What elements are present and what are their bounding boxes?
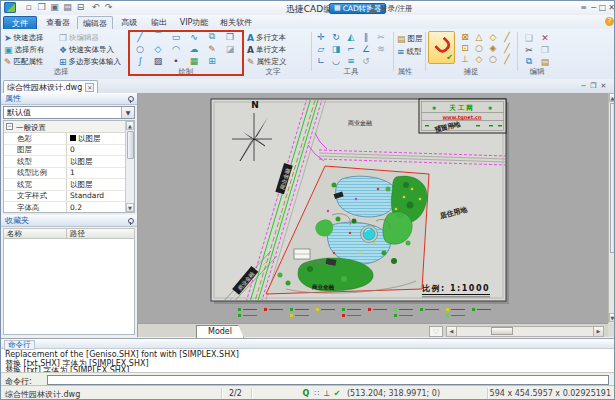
pin-icon[interactable] (126, 96, 133, 103)
single-text-button[interactable]: A单行文本 (247, 44, 286, 55)
arc-tool[interactable]: ◠ (169, 43, 183, 54)
scroll-up-icon[interactable]: ▲ (609, 93, 615, 102)
angle-tool[interactable]: ∠ (359, 43, 373, 54)
snap-insert-toggle[interactable]: ◇ (472, 53, 486, 64)
copy-object-tool[interactable]: ⧉ (205, 31, 219, 42)
fillet-tool[interactable]: ◡ (329, 55, 343, 66)
mdi-close-icon[interactable]: ✕ (599, 81, 608, 91)
cut-button[interactable]: ✂ (522, 44, 536, 55)
open-file-icon[interactable]: ❒ (36, 1, 47, 14)
favorites-col-path[interactable]: 路径 (66, 228, 135, 239)
snap-endpoint-toggle[interactable]: ⊠ (458, 31, 472, 42)
curve-tool[interactable]: ∫ (133, 55, 147, 66)
mdi-minimize-icon[interactable]: − (579, 81, 588, 91)
undo-mark-tool[interactable]: ↺ (359, 55, 373, 66)
line-tool[interactable]: ╱ (133, 31, 147, 42)
login-button[interactable]: 登录/注册 (369, 3, 413, 14)
tab-related[interactable]: 相关软件 (215, 16, 257, 29)
polyline-tool[interactable]: ⌒ (151, 31, 165, 42)
snap-extension-toggle[interactable]: ╱ (500, 53, 514, 64)
document-tab[interactable]: 综合性园林设计.dwg ✕ (3, 80, 98, 93)
attribute-define-button[interactable]: ✎属性定义 (247, 56, 287, 67)
favorites-list[interactable] (3, 239, 135, 335)
document-close-icon[interactable]: ✕ (85, 83, 94, 92)
menu-icon[interactable]: ≡ (579, 2, 588, 14)
polygon-tool[interactable]: ◇ (151, 43, 165, 54)
tab-editor[interactable]: 编辑器 (77, 16, 113, 29)
explode-tool[interactable]: ≋ (374, 43, 388, 54)
rectangle-tool[interactable]: ▭ (169, 31, 183, 42)
grid-toggle-icon[interactable]: ∷ (312, 388, 322, 399)
horizontal-scrollbar[interactable]: ◀ ▶ (446, 326, 604, 337)
layout-icon[interactable]: ♡ (429, 326, 443, 337)
layer-button[interactable]: ▤图层 (397, 33, 423, 44)
print-icon[interactable]: ⊟ (75, 1, 86, 14)
image-tool[interactable]: ▦ (187, 55, 201, 66)
new-file-icon[interactable]: ▫ (23, 1, 34, 14)
redo-icon[interactable]: ↷ (103, 1, 114, 14)
close-button[interactable]: ✕ (607, 2, 615, 14)
maximize-button[interactable]: □ (598, 2, 607, 14)
copy-button[interactable]: ❐ (538, 44, 552, 55)
tab-advanced[interactable]: 高级 (115, 16, 143, 29)
hatch-tool[interactable]: ▨ (151, 55, 165, 66)
pin-icon[interactable] (126, 218, 133, 225)
snap-tangent-toggle[interactable]: ╱ (500, 42, 514, 53)
rotate-tool[interactable]: ↻ (329, 31, 343, 42)
minimize-button[interactable]: − (589, 2, 598, 14)
properties-preset-dropdown[interactable]: 默认值 ▼ (3, 106, 135, 119)
eraser-tool[interactable]: ◪ (223, 43, 237, 54)
scrollbar-thumb[interactable] (610, 103, 615, 253)
block-tool[interactable]: ❐ (223, 31, 237, 42)
snap-midpoint-toggle[interactable]: △ (472, 31, 486, 42)
drawing-canvas[interactable]: N ✱ 天工网 ✱ www.tgnet.cn 预留用地 (138, 93, 608, 323)
tab-viewer[interactable]: 查看器 (41, 16, 75, 29)
extend-tool[interactable]: ∟ (314, 55, 328, 66)
match-properties-button[interactable]: ✎匹配属性 (4, 56, 44, 67)
move-tool[interactable]: ✛ (314, 31, 328, 42)
scale-tool[interactable]: ▱ (314, 43, 328, 54)
paste-button[interactable]: ❏ (522, 32, 536, 43)
stretch-tool[interactable]: ◨ (329, 43, 343, 54)
model-tab[interactable]: Model (196, 325, 244, 338)
mdi-restore-icon[interactable]: ❐ (589, 81, 598, 91)
snap-intersection-toggle[interactable]: ○ (486, 53, 500, 64)
favorites-col-name[interactable]: 名称 (3, 228, 67, 239)
duplicate-button[interactable]: ⧉ (522, 56, 536, 67)
revision-cloud-tool[interactable]: ☁ (187, 43, 201, 54)
align-tool[interactable]: ≡ (344, 55, 358, 66)
snap-perpendicular-toggle[interactable]: ⊥ (458, 53, 472, 64)
polygon-entity-input-button[interactable]: ⊞多边形实体输入 (59, 56, 121, 67)
scroll-down-icon[interactable]: ▼ (609, 313, 615, 322)
undo-icon[interactable]: ↶ (90, 1, 101, 14)
table-tool[interactable]: ⊞ (205, 55, 219, 66)
trim-tool[interactable]: ✂ (374, 31, 388, 42)
circle-tool[interactable]: ○ (133, 43, 147, 54)
snap-center-toggle[interactable]: ⊡ (458, 42, 472, 53)
scroll-right-icon[interactable]: ▶ (593, 327, 603, 336)
block-editor-button[interactable]: ❐块编辑器 (59, 32, 99, 43)
collapse-icon[interactable]: − (6, 123, 13, 130)
quick-select-button[interactable]: ➤快速选择 (4, 32, 44, 43)
save-icon[interactable]: ▣ (49, 1, 60, 14)
property-row-font-height[interactable]: 字体高 0.2 (4, 201, 125, 214)
properties-scrollbar[interactable]: ▲ ▼ (125, 121, 134, 212)
linetype-button[interactable]: ≡线型 (397, 46, 422, 57)
delete-button[interactable]: ✕ (538, 32, 552, 43)
tab-output[interactable]: 输出 (145, 16, 173, 29)
spline-tool[interactable]: ∿ (187, 31, 201, 42)
scrollbar-thumb[interactable] (127, 131, 134, 159)
sketch-tool[interactable]: ✎ (205, 43, 219, 54)
snap-node-toggle[interactable]: ◇ (486, 31, 500, 42)
snap-quadrant-toggle[interactable]: ◈ (486, 42, 500, 53)
tab-file[interactable]: 文件 (3, 16, 37, 29)
point-tool[interactable]: • (169, 55, 183, 66)
quick-entity-import-button[interactable]: ❖快速实体导入 (59, 44, 114, 55)
vertical-scrollbar[interactable]: ▲ ▼ (608, 93, 615, 323)
chamfer-tool[interactable]: ⌐ (344, 43, 358, 54)
ortho-toggle-icon[interactable]: ⊥ (322, 388, 332, 399)
mirror-tool[interactable]: ◭ (344, 31, 358, 42)
offset-tool[interactable]: ∥ (359, 31, 373, 42)
snap-status-icon[interactable]: ✔ (332, 388, 342, 399)
snap-nearest-toggle[interactable]: ╱ (500, 31, 514, 42)
